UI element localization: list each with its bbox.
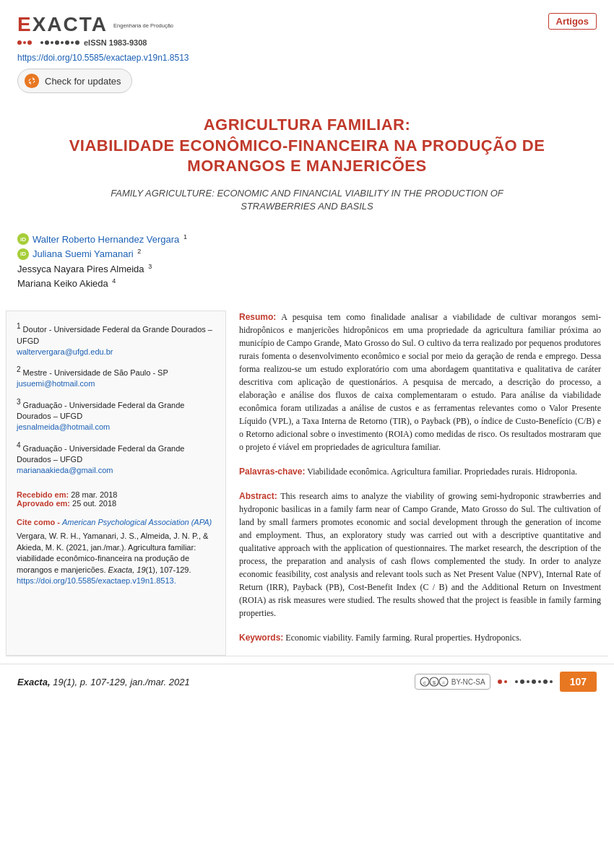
keywords-block: Keywords: Economic viability. Family far… [239, 631, 601, 644]
footer-dot-red-2 [504, 680, 507, 683]
title-section: AGRICULTURA FAMILIAR: VIABILIDADE ECONÔM… [0, 93, 614, 220]
cite-value: American Psychological Association (APA) [62, 518, 212, 526]
resumo-text: A pesquisa tem como finalidade analisar … [239, 312, 601, 452]
cc-label: BY-NC-SA [451, 678, 485, 686]
email-1[interactable]: waltervergara@ufgd.edu.br [17, 347, 113, 356]
affiliation-2: 2 Mestre - Universidade de São Paulo - S… [17, 365, 215, 389]
dot-dark-8 [75, 40, 79, 45]
svg-text:$: $ [433, 680, 436, 686]
palavras-chave-text: Viabilidade econômica. Agricultura famil… [307, 466, 577, 477]
check-updates-icon [24, 73, 40, 89]
footer-dot-dark-7 [550, 680, 553, 683]
author-3-name: Jessyca Nayara Pires Almeida 3 [17, 263, 152, 274]
check-updates-button[interactable]: Check for updates [17, 69, 132, 93]
orcid-icon-2: iD [17, 248, 29, 260]
footer-volume: 19(1), p. 107-129, jan./mar. 2021 [53, 677, 190, 687]
svg-text:=: = [442, 680, 445, 685]
author-4-name: Mariana Keiko Akieda 4 [17, 277, 116, 289]
cite-doi-link[interactable]: https://doi.org/10.5585/exactaep.v19n1.8… [17, 576, 176, 585]
keywords-label: Keywords: [239, 633, 283, 643]
approved-date: 25 out. 2018 [72, 499, 116, 508]
keywords-text: Economic viability. Family farming. Rura… [285, 633, 522, 643]
dot-dark-3 [51, 41, 53, 44]
authors-section: iD Walter Roberto Hernandez Vergara 1 iD… [0, 220, 614, 289]
affiliation-3: 3 Graduação - Universidade Federal da Gr… [17, 397, 215, 433]
artigos-badge: Artigos [548, 13, 597, 30]
author-2-name: Juliana Suemi Yamanari 2 [33, 248, 141, 259]
cite-section: Cite como - American Psychological Assoc… [17, 518, 215, 526]
approved-label: Aprovado em: [17, 499, 70, 508]
received-section: Recebido em: 28 mar. 2018 Aprovado em: 2… [17, 490, 215, 508]
right-column: Resumo: A pesquisa tem como finalidade a… [226, 311, 614, 656]
header: EXACTA Engenharia de Produção [0, 0, 614, 47]
dot-dark-7 [71, 41, 74, 44]
subtitle-en: FAMILY AGRICULTURE: ECONOMIC AND FINANCI… [36, 187, 578, 213]
cc-badge: c $ = BY-NC-SA [415, 674, 490, 690]
logo-subtitle: Engenharia de Produção [113, 22, 173, 29]
logo-e-letter: E [17, 13, 33, 35]
footer-dot-dark-3 [527, 680, 529, 683]
page: EXACTA Engenharia de Produção [0, 0, 614, 868]
cite-label: Cite como - [17, 518, 60, 526]
author-1-name: Walter Roberto Hernandez Vergara 1 [33, 233, 187, 245]
received-line: Recebido em: 28 mar. 2018 [17, 490, 215, 499]
affiliation-4: 4 Graduação - Universidade Federal da Gr… [17, 440, 215, 477]
dot-dark-1 [40, 41, 43, 44]
footer-journal-info: Exacta, 19(1), p. 107-129, jan./mar. 202… [17, 677, 190, 687]
logo-dots [17, 40, 79, 45]
approved-line: Aprovado em: 25 out. 2018 [17, 499, 215, 508]
footer-dot-dark-4 [532, 680, 536, 684]
dot-red-1 [17, 40, 22, 45]
received-label: Recebido em: [17, 490, 69, 499]
footer-journal-text: Exacta, 19(1), p. 107-129, jan./mar. 202… [17, 677, 190, 687]
abstract-label: Abstract: [239, 491, 277, 501]
orcid-icon-1: iD [17, 233, 29, 245]
email-4[interactable]: marianaakieda@gmail.com [17, 466, 113, 474]
logo-dots-row: eISSN 1983-9308 [17, 38, 173, 47]
footer-dots [498, 680, 553, 684]
abstract-text: This research aims to analyze the viabil… [239, 491, 601, 618]
cite-text: Vergara, W. R. H., Yamanari, J. S., Alme… [17, 531, 215, 586]
footer-dot-dark-2 [520, 680, 524, 684]
eissn-text: eISSN 1983-9308 [84, 38, 147, 47]
logo-xacta-letters: XACTA [33, 13, 108, 35]
author-1: iD Walter Roberto Hernandez Vergara 1 [17, 233, 597, 245]
dot-red-2 [23, 41, 26, 44]
author-3: Jessyca Nayara Pires Almeida 3 [17, 263, 597, 274]
doi-link[interactable]: https://doi.org/10.5585/exactaep.v19n1.8… [17, 53, 614, 63]
dot-dark-6 [65, 40, 69, 45]
email-2[interactable]: jusuemi@hotmail.com [17, 379, 95, 388]
resumo-block: Resumo: A pesquisa tem como finalidade a… [239, 311, 601, 453]
svg-point-0 [25, 74, 39, 88]
cite-journal: Exacta, [108, 565, 135, 574]
logo-text: EXACTA [17, 13, 108, 36]
left-column: 1 Doutor - Universidade Federal da Grand… [6, 311, 226, 656]
email-3[interactable]: jesnalmeida@hotmail.com [17, 422, 110, 431]
dot-dark-2 [45, 40, 49, 45]
palavras-chave-block: Palavras-chave: Viabilidade econômica. A… [239, 465, 601, 478]
footer-journal-name: Exacta, [17, 677, 51, 687]
cc-icons: c $ = [420, 677, 449, 687]
dot-dark-5 [61, 41, 64, 44]
footer-dot-red-1 [498, 680, 502, 684]
received-date: 28 mar. 2018 [71, 490, 117, 499]
abstract-block: Abstract: This research aims to analyze … [239, 490, 601, 620]
footer-dot-dark-5 [538, 680, 541, 683]
palavras-chave-label: Palavras-chave: [239, 466, 305, 477]
two-col-layout: 1 Doutor - Universidade Federal da Grand… [0, 311, 614, 656]
check-updates-label: Check for updates [45, 76, 121, 87]
footer-page-badge: 107 [560, 672, 597, 692]
footer-dot-dark-6 [543, 680, 548, 684]
dot-red-3 [27, 40, 32, 45]
footer-divider [6, 656, 608, 656]
main-title: AGRICULTURA FAMILIAR: VIABILIDADE ECONÔM… [36, 115, 578, 177]
logo-area: EXACTA Engenharia de Produção [17, 13, 173, 47]
dot-dark-4 [55, 40, 59, 45]
svg-text:c: c [423, 680, 426, 686]
resumo-label: Resumo: [239, 312, 276, 322]
footer: Exacta, 19(1), p. 107-129, jan./mar. 202… [0, 664, 614, 699]
affiliation-1: 1 Doutor - Universidade Federal da Grand… [17, 321, 215, 357]
author-2: iD Juliana Suemi Yamanari 2 [17, 248, 597, 259]
author-4: Mariana Keiko Akieda 4 [17, 277, 597, 289]
footer-dot-dark-1 [515, 680, 518, 683]
